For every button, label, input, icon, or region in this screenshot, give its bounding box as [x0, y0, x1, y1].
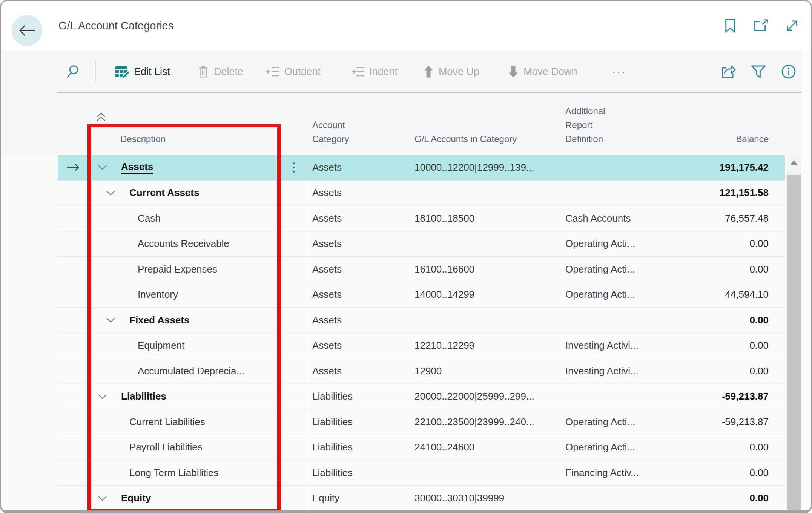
description-cell[interactable]: Accounts Receivable [88, 238, 280, 250]
description-cell[interactable]: Payroll Liabilities [88, 441, 280, 453]
description-cell[interactable]: Assets [88, 161, 280, 174]
expand-icon[interactable] [784, 18, 800, 33]
delete-button[interactable]: Delete [197, 53, 243, 90]
column-header-description[interactable]: Description [88, 98, 280, 155]
table-row[interactable]: EquipmentAssets12210..12299Investing Act… [58, 333, 785, 359]
table-row[interactable]: Current AssetsAssets121,151.58 [58, 181, 785, 206]
row-menu-dots-icon[interactable] [280, 162, 307, 173]
balance-cell[interactable]: 0.00 [669, 365, 785, 377]
account-category-cell[interactable]: Equity [307, 492, 412, 504]
gl-accounts-cell[interactable]: 10000..12200|12999..139... [412, 162, 559, 173]
gl-accounts-cell[interactable]: 22100..23500|23999..240... [412, 416, 559, 428]
description-cell[interactable]: Equity [88, 492, 280, 504]
description-cell[interactable]: Current Liabilities [88, 416, 280, 428]
account-category-cell[interactable]: Assets [307, 365, 412, 377]
description-cell[interactable]: Long Term Liabilities [88, 467, 280, 479]
account-category-cell[interactable]: Liabilities [307, 390, 412, 402]
additional-report-definition-cell[interactable]: Financing Activ... [559, 467, 669, 479]
balance-cell[interactable]: 44,594.10 [669, 289, 785, 300]
gl-accounts-cell[interactable]: 12900 [412, 365, 559, 377]
outdent-button[interactable]: Outdent [266, 53, 321, 90]
description-cell[interactable]: Cash [88, 213, 280, 224]
chevron-down-icon[interactable] [97, 495, 121, 502]
collapse-all-icon[interactable] [95, 98, 107, 136]
scrollbar-thumb[interactable] [787, 175, 801, 510]
balance-cell[interactable]: 0.00 [669, 492, 785, 504]
table-row[interactable]: Accounts ReceivableAssetsOperating Acti.… [58, 231, 785, 257]
balance-cell[interactable]: -59,213.87 [669, 416, 785, 428]
move-up-button[interactable]: Move Up [423, 53, 479, 90]
description-cell[interactable]: Fixed Assets [88, 314, 280, 326]
account-category-cell[interactable]: Assets [307, 314, 412, 326]
account-category-cell[interactable]: Liabilities [307, 467, 412, 479]
share-button[interactable] [721, 53, 737, 90]
column-header-account-category[interactable]: Account Category [307, 118, 412, 155]
chevron-down-icon[interactable] [106, 317, 129, 323]
additional-report-definition-cell[interactable]: Operating Acti... [559, 289, 669, 300]
account-category-cell[interactable]: Assets [307, 263, 412, 275]
balance-cell[interactable]: 76,557.48 [669, 213, 785, 224]
gl-accounts-cell[interactable]: 16100..16600 [412, 263, 559, 275]
chevron-down-icon[interactable] [97, 393, 121, 400]
table-row[interactable]: EquityEquity30000..30310|399990.00 [58, 486, 785, 511]
description-cell[interactable]: Inventory [88, 289, 280, 300]
table-row[interactable]: Long Term LiabilitiesLiabilitiesFinancin… [58, 460, 785, 486]
additional-report-definition-cell[interactable]: Operating Acti... [559, 263, 669, 275]
balance-cell[interactable]: 0.00 [669, 441, 785, 453]
account-category-cell[interactable]: Liabilities [307, 441, 412, 453]
account-category-cell[interactable]: Assets [307, 162, 412, 173]
account-category-cell[interactable]: Assets [307, 213, 412, 224]
description-cell[interactable]: Liabilities [88, 390, 280, 402]
balance-cell[interactable]: 0.00 [669, 314, 785, 326]
chevron-down-icon[interactable] [106, 190, 129, 196]
table-row[interactable]: LiabilitiesLiabilities20000..22000|25999… [58, 384, 785, 410]
additional-report-definition-cell[interactable]: Operating Acti... [559, 416, 669, 428]
gl-accounts-cell[interactable]: 30000..30310|39999 [412, 492, 559, 504]
description-cell[interactable]: Equipment [88, 340, 280, 351]
chevron-down-icon[interactable] [97, 164, 121, 171]
search-button[interactable] [66, 53, 80, 90]
balance-cell[interactable]: 0.00 [669, 467, 785, 479]
balance-cell[interactable]: 0.00 [669, 238, 785, 250]
bookmark-icon[interactable] [723, 18, 738, 33]
additional-report-definition-cell[interactable]: Operating Acti... [559, 238, 669, 250]
table-row[interactable]: Payroll LiabilitiesLiabilities24100..246… [58, 435, 785, 461]
table-row[interactable]: Current LiabilitiesLiabilities22100..235… [58, 409, 785, 435]
back-button[interactable] [12, 15, 43, 46]
balance-cell[interactable]: 191,175.42 [669, 162, 785, 173]
description-cell[interactable]: Prepaid Expenses [88, 263, 280, 275]
balance-cell[interactable]: -59,213.87 [669, 390, 785, 402]
balance-cell[interactable]: 121,151.58 [669, 187, 785, 199]
gl-accounts-cell[interactable]: 18100..18500 [412, 213, 559, 224]
additional-report-definition-cell[interactable]: Investing Activi... [559, 340, 669, 351]
balance-cell[interactable]: 0.00 [669, 263, 785, 275]
gl-accounts-cell[interactable]: 24100..24600 [412, 441, 559, 453]
account-category-cell[interactable]: Assets [307, 340, 412, 351]
move-down-button[interactable]: Move Down [508, 53, 577, 90]
additional-report-definition-cell[interactable]: Cash Accounts [559, 213, 669, 224]
additional-report-definition-cell[interactable]: Investing Activi... [559, 365, 669, 377]
balance-cell[interactable]: 0.00 [669, 340, 785, 351]
table-row[interactable]: AssetsAssets10000..12200|12999..139...19… [58, 155, 785, 181]
account-category-cell[interactable]: Liabilities [307, 416, 412, 428]
popout-icon[interactable] [754, 18, 769, 33]
account-category-cell[interactable]: Assets [307, 187, 412, 199]
table-row[interactable]: CashAssets18100..18500Cash Accounts76,55… [58, 206, 785, 231]
description-cell[interactable]: Accumulated Deprecia... [88, 365, 280, 377]
edit-list-button[interactable]: Edit List [114, 53, 170, 90]
table-row[interactable]: InventoryAssets14000..14299Operating Act… [58, 282, 785, 308]
vertical-scrollbar[interactable] [787, 155, 801, 510]
table-row[interactable]: Accumulated Deprecia...Assets12900Invest… [58, 358, 785, 384]
gl-accounts-cell[interactable]: 12210..12299 [412, 340, 559, 351]
description-cell[interactable]: Current Assets [88, 187, 280, 199]
account-category-cell[interactable]: Assets [307, 289, 412, 300]
column-header-gl-accounts[interactable]: G/L Accounts in Category [412, 132, 559, 155]
table-row[interactable]: Prepaid ExpensesAssets16100..16600Operat… [58, 257, 785, 282]
more-options-button[interactable]: ... [612, 53, 626, 90]
info-button[interactable] [781, 53, 796, 90]
gl-accounts-cell[interactable]: 20000..22000|25999..299... [412, 390, 559, 402]
table-row[interactable]: Fixed AssetsAssets0.00 [58, 308, 785, 333]
indent-button[interactable]: Indent [351, 53, 398, 90]
gl-accounts-cell[interactable]: 14000..14299 [412, 289, 559, 300]
column-header-additional-report-definition[interactable]: Additional Report Definition [559, 104, 669, 155]
